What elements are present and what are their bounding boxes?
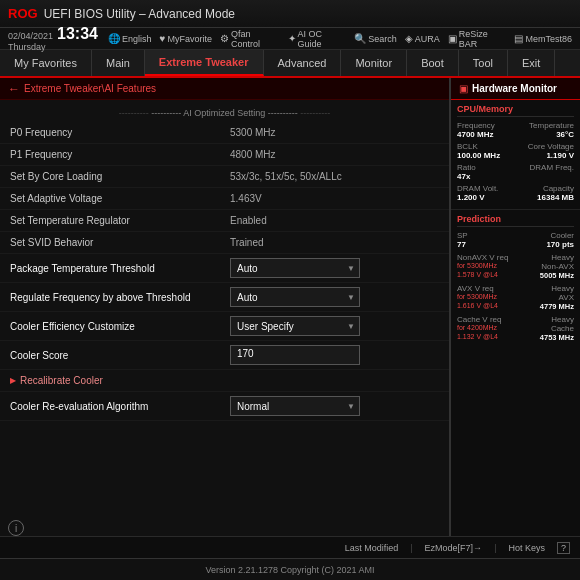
hw-prediction-section: Prediction SP 77 Cooler 170 pts NonAVX V… xyxy=(451,210,580,346)
row-pkg-temp-threshold: Package Temperature Threshold Auto ▼ xyxy=(0,254,449,283)
row-p0-frequency: P0 Frequency 5300 MHz xyxy=(0,122,449,144)
dropdown-arrow-icon: ▼ xyxy=(347,293,355,302)
row-svid-behavior: Set SVID Behavior Trained xyxy=(0,232,449,254)
row-cooler-score: Cooler Score 170 xyxy=(0,341,449,370)
hot-keys-key[interactable]: ? xyxy=(557,542,570,554)
row-core-loading: Set By Core Loading 53x/3c, 51x/5c, 50x/… xyxy=(0,166,449,188)
info-icons-bar: 🌐 English ♥ MyFavorite ⚙ Qfan Control ✦ … xyxy=(108,29,572,49)
info-help-icon[interactable]: i xyxy=(8,520,24,536)
qfan-icon[interactable]: ⚙ Qfan Control xyxy=(220,29,280,49)
pred-avx: AVX V req for 5300MHz Heavy AVX 1.616 V … xyxy=(457,284,574,311)
copyright-text: Version 2.21.1278 Copyright (C) 2021 AMI xyxy=(10,565,570,575)
section-header-dashes-right: ---------- xyxy=(268,108,298,118)
nav-boot[interactable]: Boot xyxy=(407,50,459,76)
row-cooler-efficiency: Cooler Efficiency Customize User Specify… xyxy=(0,312,449,341)
section-header-ai: ---------- AI Optimized Setting --------… xyxy=(0,104,449,122)
content-panel: ← Extreme Tweaker\AI Features ----------… xyxy=(0,78,450,536)
hw-monitor-header: ▣ Hardware Monitor xyxy=(451,78,580,100)
row-reeval-algorithm: Cooler Re-evaluation Algorithm Normal ▼ xyxy=(0,392,449,421)
hw-row-dramvolt-capacity: DRAM Volt. 1.200 V Capacity 16384 MB xyxy=(457,184,574,202)
last-modified-label: Last Modified xyxy=(345,543,399,553)
regulate-freq-dropdown[interactable]: Auto ▼ xyxy=(230,287,360,307)
nav-monitor[interactable]: Monitor xyxy=(341,50,407,76)
monitor-icon: ▣ xyxy=(459,83,468,94)
expand-icon: ▶ xyxy=(10,376,16,385)
row-adaptive-voltage: Set Adaptive Voltage 1.463V xyxy=(0,188,449,210)
myfavorite-icon[interactable]: ♥ MyFavorite xyxy=(160,33,212,44)
row-p1-frequency: P1 Frequency 4800 MHz xyxy=(0,144,449,166)
hw-row-bclk-voltage: BCLK 100.00 MHz Core Voltage 1.190 V xyxy=(457,142,574,160)
reeval-algorithm-dropdown[interactable]: Normal ▼ xyxy=(230,396,360,416)
bios-title: UEFI BIOS Utility – Advanced Mode xyxy=(44,7,235,21)
ai-oc-guide-icon[interactable]: ✦ AI OC Guide xyxy=(288,29,347,49)
nav-exit[interactable]: Exit xyxy=(508,50,555,76)
cooler-score-input[interactable]: 170 xyxy=(230,345,360,365)
nav-advanced[interactable]: Advanced xyxy=(264,50,342,76)
row-recalibrate[interactable]: ▶ Recalibrate Cooler xyxy=(0,370,449,392)
back-arrow-icon[interactable]: ← xyxy=(8,82,20,96)
nav-my-favorites[interactable]: My Favorites xyxy=(0,50,92,76)
nav-extreme-tweaker[interactable]: Extreme Tweaker xyxy=(145,50,264,76)
nav-main[interactable]: Main xyxy=(92,50,145,76)
hot-keys-label: Hot Keys xyxy=(508,543,545,553)
pred-cache: Cache V req for 4200MHz Heavy Cache 1.13… xyxy=(457,315,574,342)
pkg-temp-dropdown[interactable]: Auto ▼ xyxy=(230,258,360,278)
aura-icon[interactable]: ◈ AURA xyxy=(405,33,440,44)
breadcrumb: ← Extreme Tweaker\AI Features xyxy=(0,78,449,100)
hw-row-freq-temp: Frequency 4700 MHz Temperature 36°C xyxy=(457,121,574,139)
ez-mode-button[interactable]: EzMode[F7]→ xyxy=(425,543,483,553)
resize-bar-icon[interactable]: ▣ ReSize BAR xyxy=(448,29,507,49)
row-temp-regulator: Set Temperature Regulator Enabled xyxy=(0,210,449,232)
nav-bar: My Favorites Main Extreme Tweaker Advanc… xyxy=(0,50,580,78)
main-area: ← Extreme Tweaker\AI Features ----------… xyxy=(0,78,580,536)
dropdown-arrow-icon: ▼ xyxy=(347,322,355,331)
memtest-icon[interactable]: ▤ MemTest86 xyxy=(514,33,572,44)
hw-monitor-panel: ▣ Hardware Monitor CPU/Memory Frequency … xyxy=(450,78,580,536)
hw-cpu-memory-section: CPU/Memory Frequency 4700 MHz Temperatur… xyxy=(451,100,580,210)
cooler-efficiency-dropdown[interactable]: User Specify ▼ xyxy=(230,316,360,336)
info-bar: 02/04/2021 Thursday 13:34 🌐 English ♥ My… xyxy=(0,28,580,50)
time-display: 13:34 xyxy=(57,25,98,43)
hw-pred-sp-cooler: SP 77 Cooler 170 pts xyxy=(457,231,574,249)
row-regulate-freq: Regulate Frequency by above Threshold Au… xyxy=(0,283,449,312)
action-bar: Last Modified | EzMode[F7]→ | Hot Keys ? xyxy=(0,536,580,558)
status-bar: Version 2.21.1278 Copyright (C) 2021 AMI xyxy=(0,558,580,580)
rog-logo: ROG xyxy=(8,6,38,21)
search-icon[interactable]: 🔍 Search xyxy=(354,33,397,44)
dropdown-arrow-icon: ▼ xyxy=(347,264,355,273)
english-icon[interactable]: 🌐 English xyxy=(108,33,152,44)
hw-row-ratio-dram: Ratio 47x DRAM Freq. xyxy=(457,163,574,181)
settings-area: ---------- AI Optimized Setting --------… xyxy=(0,100,449,536)
nav-tool[interactable]: Tool xyxy=(459,50,508,76)
datetime: 02/04/2021 Thursday 13:34 xyxy=(8,25,98,53)
section-header-dashes-left: ---------- xyxy=(151,108,181,118)
pred-nonavx: NonAVX V req for 5300MHz Heavy Non-AVX 1… xyxy=(457,253,574,280)
dropdown-arrow-icon: ▼ xyxy=(347,402,355,411)
